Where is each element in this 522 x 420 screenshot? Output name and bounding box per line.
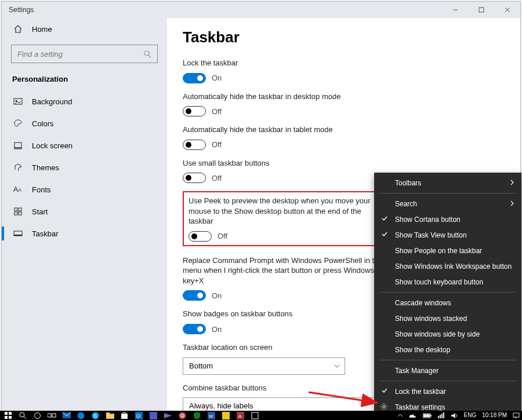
check-icon: [381, 215, 388, 222]
tray-notifications-icon[interactable]: [513, 412, 520, 419]
ctx-label: Lock the taskbar: [395, 388, 446, 396]
sidebar-item-taskbar[interactable]: Taskbar: [2, 222, 167, 244]
tray-network-icon[interactable]: [438, 412, 445, 418]
svg-rect-28: [52, 414, 56, 417]
window-title: Settings: [9, 6, 34, 14]
app-word-icon[interactable]: W: [206, 411, 216, 419]
app-outlook-icon[interactable]: O: [134, 411, 144, 419]
start-icon: [13, 207, 23, 216]
setting-label: Use small taskbar buttons: [183, 158, 392, 169]
cortana-icon[interactable]: [32, 411, 42, 419]
titlebar[interactable]: Settings: [2, 2, 520, 18]
sidebar-item-label: Taskbar: [32, 229, 59, 238]
svg-rect-8: [14, 143, 21, 148]
app-store-icon[interactable]: [119, 411, 129, 419]
setting-peek: Use Peek to preview the desktop when you…: [188, 196, 386, 242]
tray-volume-icon[interactable]: [451, 412, 458, 419]
svg-rect-47: [252, 412, 258, 419]
svg-rect-33: [106, 414, 114, 419]
minimize-button[interactable]: [442, 2, 468, 18]
setting-autohide-desktop: Automatically hide the taskbar in deskto…: [183, 92, 505, 117]
app-explorer-icon[interactable]: [105, 411, 115, 419]
svg-rect-21: [9, 412, 12, 415]
tray-chevron-up-icon[interactable]: [397, 413, 403, 418]
search-input-container[interactable]: [11, 45, 158, 63]
separator: [380, 292, 516, 293]
sidebar-item-fonts[interactable]: AA Fonts: [2, 178, 167, 200]
toggle-state-text: On: [212, 291, 222, 300]
ctx-showdesktop[interactable]: Show the desktop: [374, 342, 521, 357]
peek-toggle[interactable]: [188, 231, 212, 242]
svg-rect-38: [150, 412, 157, 419]
svg-text:W: W: [209, 414, 213, 419]
toggle-state-text: Off: [212, 174, 222, 182]
sidebar-item-themes[interactable]: Themes: [2, 156, 167, 178]
sidebar-item-start[interactable]: Start: [2, 200, 167, 222]
ctx-keyboard[interactable]: Show touch keyboard button: [374, 274, 521, 290]
badges-toggle[interactable]: [183, 324, 206, 334]
app-skype-icon[interactable]: S: [90, 411, 100, 419]
autohide-desktop-toggle[interactable]: [183, 106, 206, 116]
ctx-ink[interactable]: Show Windows Ink Workspace button: [374, 258, 521, 274]
ctx-taskview[interactable]: Show Task View button: [374, 227, 521, 243]
ctx-people[interactable]: Show People on the taskbar: [374, 243, 521, 258]
sidebar-item-lockscreen[interactable]: Lock screen: [2, 134, 167, 156]
svg-rect-53: [441, 414, 443, 418]
svg-point-18: [383, 406, 385, 408]
system-tray[interactable]: ENG 10:18 PM: [397, 411, 520, 420]
app-generic-icon[interactable]: [250, 411, 260, 419]
svg-rect-17: [14, 235, 22, 236]
app-mail-icon[interactable]: [61, 411, 71, 419]
lock-taskbar-toggle[interactable]: [183, 73, 206, 83]
app-chrome-icon[interactable]: [177, 411, 187, 419]
ctx-search[interactable]: Search: [374, 196, 521, 211]
sidebar-item-background[interactable]: Background: [2, 90, 167, 112]
ctx-label: Show Task View button: [395, 231, 467, 239]
annotation-highlight: Use Peek to preview the desktop when you…: [183, 191, 392, 246]
ctx-lock-taskbar[interactable]: Lock the taskbar: [374, 384, 521, 399]
sidebar-item-colors[interactable]: Colors: [2, 112, 167, 134]
tray-clock[interactable]: 10:18 PM: [482, 411, 507, 419]
app-access-icon[interactable]: A: [235, 411, 245, 419]
powershell-toggle[interactable]: [183, 290, 206, 301]
lockscreen-icon: [13, 141, 23, 150]
page-title: Taskbar: [183, 28, 505, 46]
maximize-button[interactable]: [468, 2, 494, 18]
app-potplayer-icon[interactable]: [221, 411, 231, 419]
tray-language[interactable]: ENG: [464, 411, 477, 419]
search-icon[interactable]: [18, 411, 28, 419]
ctx-label: Taskbar settings: [395, 403, 445, 411]
ctx-label: Show windows stacked: [395, 315, 467, 323]
themes-icon: [13, 163, 23, 172]
autohide-tablet-toggle[interactable]: [183, 140, 206, 150]
taskview-icon[interactable]: [47, 411, 57, 419]
tray-onedrive-icon[interactable]: [409, 413, 417, 418]
ctx-label: Show Cortana button: [395, 216, 461, 224]
taskbar-apps: S O W A: [3, 411, 260, 420]
close-button[interactable]: [494, 2, 520, 18]
separator: [380, 381, 516, 381]
app-vs-icon[interactable]: [163, 411, 173, 419]
svg-text:A: A: [13, 185, 18, 193]
sidebar-item-label: Colors: [32, 119, 54, 128]
ctx-cortana[interactable]: Show Cortana button: [374, 211, 521, 227]
ctx-stacked[interactable]: Show windows stacked: [374, 311, 521, 326]
tray-battery-icon[interactable]: [423, 413, 432, 418]
ctx-toolbars[interactable]: Toolbars: [374, 175, 521, 191]
app-teams-icon[interactable]: [148, 411, 158, 419]
ctx-cascade[interactable]: Cascade windows: [374, 295, 521, 311]
home-nav-item[interactable]: Home: [2, 18, 167, 40]
taskbar-location-dropdown[interactable]: Bottom: [183, 357, 345, 375]
search-input[interactable]: [17, 50, 143, 59]
app-security-icon[interactable]: [192, 411, 202, 419]
section-heading: Personalization: [2, 70, 167, 90]
ctx-taskmanager[interactable]: Task Manager: [374, 363, 521, 378]
taskbar[interactable]: S O W A ENG 10:18 PM: [0, 411, 522, 420]
ctx-sidebyside[interactable]: Show windows side by side: [374, 326, 521, 342]
start-button-icon[interactable]: [3, 411, 13, 419]
dropdown-value: Bottom: [189, 361, 213, 370]
app-edge-icon[interactable]: [76, 411, 86, 419]
svg-rect-49: [430, 415, 432, 417]
small-buttons-toggle[interactable]: [183, 173, 206, 183]
ctx-label: Show Windows Ink Workspace button: [395, 262, 512, 271]
